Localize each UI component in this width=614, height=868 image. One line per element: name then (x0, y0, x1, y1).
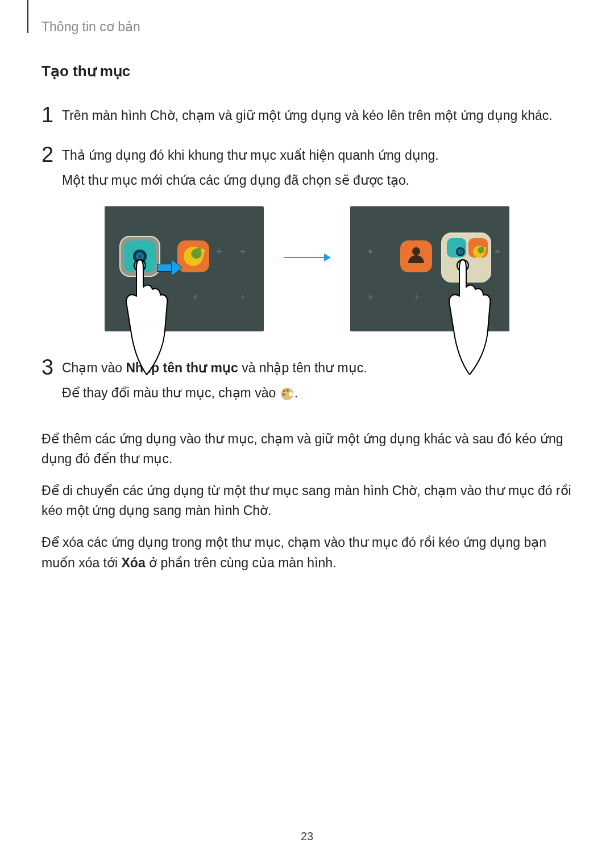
step-1-text: Trên màn hình Chờ, chạm và giữ một ứng d… (62, 106, 553, 126)
grid-plus-icon: + (240, 292, 246, 304)
page-number: 23 (0, 830, 614, 843)
breadcrumb: Thông tin cơ bản (42, 19, 140, 35)
step-3-sub-pre: Để thay đổi màu thư mục, chạm vào (62, 385, 280, 400)
step-3-post: và nhập tên thư mục. (238, 360, 367, 375)
step-2-text: Thả ứng dụng đó khi khung thư mục xuất h… (62, 146, 439, 165)
paragraph-move-apps: Để di chuyển các ứng dụng từ một thư mục… (42, 481, 572, 521)
hand-pointer-icon (435, 251, 498, 376)
grid-plus-icon: + (216, 246, 222, 258)
page-content: Tạo thư mục 1 Trên màn hình Chờ, chạm và… (42, 63, 572, 584)
section-title: Tạo thư mục (42, 63, 572, 80)
grid-plus-icon: + (414, 292, 420, 304)
step-3-sub-post: . (294, 385, 298, 400)
app-contacts-icon (400, 240, 432, 272)
grid-plus-icon: + (367, 246, 374, 258)
illustration-row: + + + + + + (42, 206, 572, 331)
grid-plus-icon: + (240, 246, 246, 258)
step-1: 1 Trên màn hình Chờ, chạm và giữ một ứng… (42, 102, 572, 126)
step-2-subtext: Một thư mục mới chứa các ứng dụng đã chọ… (62, 171, 439, 190)
paragraph-add-apps: Để thêm các ứng dụng vào thư mục, chạm v… (42, 429, 572, 470)
step-1-number: 1 (42, 104, 62, 126)
step-3-number: 3 (42, 356, 62, 378)
page-tab-rule (27, 0, 28, 33)
step-3-text: Chạm vào Nhập tên thư mục và nhập tên th… (62, 358, 367, 378)
transition-arrow-icon (284, 257, 330, 258)
grid-plus-icon: + (192, 292, 198, 304)
step-3-subtext: Để thay đổi màu thư mục, chạm vào . (62, 383, 367, 403)
para-del-post: ở phần trên cùng của màn hình. (146, 555, 337, 570)
palette-icon (281, 388, 293, 400)
step-2: 2 Thả ứng dụng đó khi khung thư mục xuất… (42, 142, 572, 190)
hand-pointer-icon (113, 251, 175, 376)
grid-plus-icon: + (367, 292, 374, 304)
para-del-bold: Xóa (122, 555, 146, 570)
step-2-number: 2 (42, 144, 62, 165)
paragraph-delete-apps: Để xóa các ứng dụng trong một thư mục, c… (42, 533, 572, 573)
